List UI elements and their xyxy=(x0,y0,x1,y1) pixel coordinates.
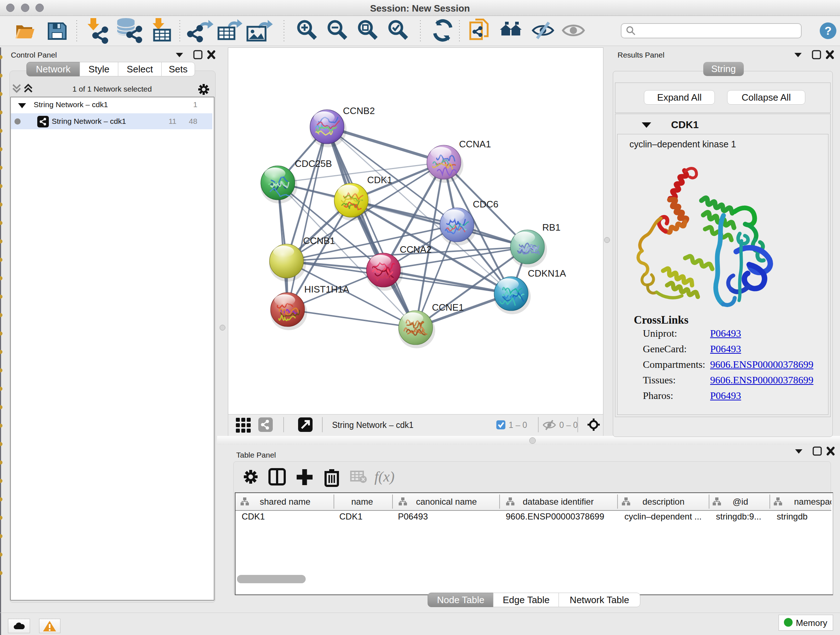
svg-text:CCNA2: CCNA2 xyxy=(400,244,431,255)
svg-text:CDC25B: CDC25B xyxy=(295,158,332,169)
svg-text:database identifier: database identifier xyxy=(523,497,594,507)
svg-text:namespac: namespac xyxy=(794,497,831,507)
svg-text:CDK1: CDK1 xyxy=(367,174,392,185)
svg-text:CCNB1: CCNB1 xyxy=(303,235,335,246)
svg-text:description: description xyxy=(643,497,684,507)
svg-text:RB1: RB1 xyxy=(542,222,561,233)
svg-text:HIST1H1A: HIST1H1A xyxy=(304,284,349,295)
svg-text:CDC6: CDC6 xyxy=(473,199,499,210)
svg-text:canonical name: canonical name xyxy=(416,497,477,507)
svg-text:String Network – cdk1: String Network – cdk1 xyxy=(332,420,414,430)
svg-text:CCNA1: CCNA1 xyxy=(459,139,491,149)
svg-text:name: name xyxy=(351,497,373,507)
svg-text:@id: @id xyxy=(733,497,748,507)
svg-text:CDKN1A: CDKN1A xyxy=(528,268,566,279)
svg-text:1 – 0: 1 – 0 xyxy=(508,420,527,430)
svg-text:f(x): f(x) xyxy=(374,469,395,485)
svg-text:CCNB2: CCNB2 xyxy=(343,105,375,116)
svg-text:shared name: shared name xyxy=(260,497,310,507)
svg-text:0 – 0: 0 – 0 xyxy=(559,420,578,430)
svg-text:CCNE1: CCNE1 xyxy=(432,302,464,313)
